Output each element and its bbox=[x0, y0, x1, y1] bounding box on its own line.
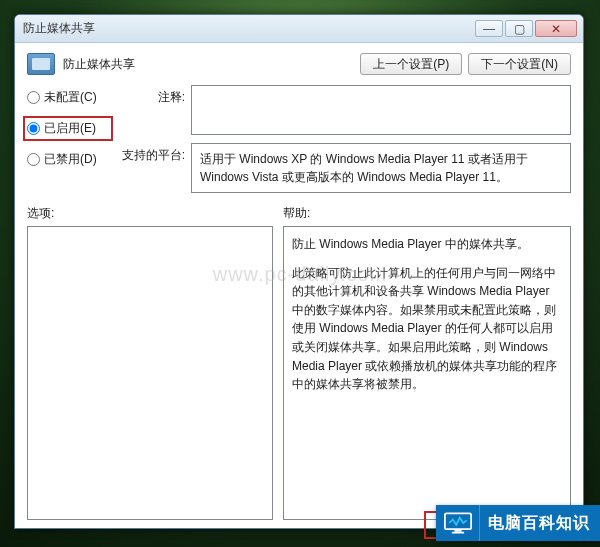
close-icon: ✕ bbox=[551, 22, 561, 36]
supported-platform-text: 适用于 Windows XP 的 Windows Media Player 11… bbox=[191, 143, 571, 193]
note-textarea[interactable] bbox=[191, 85, 571, 135]
minimize-button[interactable]: — bbox=[475, 20, 503, 37]
close-button[interactable]: ✕ bbox=[535, 20, 577, 37]
svg-rect-1 bbox=[454, 530, 461, 532]
brand-badge: 电脑百科知识 bbox=[436, 505, 600, 541]
minimize-icon: — bbox=[483, 22, 495, 36]
lower-panels: 防止 Windows Media Player 中的媒体共享。 此策略可防止此计… bbox=[27, 226, 571, 520]
help-panel[interactable]: 防止 Windows Media Player 中的媒体共享。 此策略可防止此计… bbox=[283, 226, 571, 520]
window-title: 防止媒体共享 bbox=[21, 20, 473, 37]
dialog-content: 防止媒体共享 上一个设置(P) 下一个设置(N) 未配置(C) 已启用(E) 已… bbox=[15, 43, 583, 528]
header-row: 防止媒体共享 上一个设置(P) 下一个设置(N) bbox=[27, 53, 571, 75]
brand-monitor-icon bbox=[436, 505, 480, 541]
prev-setting-button[interactable]: 上一个设置(P) bbox=[360, 53, 462, 75]
section-labels: 选项: 帮助: bbox=[27, 205, 571, 222]
note-label: 注释: bbox=[119, 85, 185, 106]
maximize-icon: ▢ bbox=[514, 22, 525, 36]
help-section-label: 帮助: bbox=[283, 205, 571, 222]
radio-enabled-label: 已启用(E) bbox=[44, 120, 96, 137]
svg-rect-2 bbox=[451, 532, 463, 534]
radio-enabled[interactable]: 已启用(E) bbox=[23, 116, 113, 141]
options-panel[interactable] bbox=[27, 226, 273, 520]
policy-icon bbox=[27, 53, 55, 75]
nav-buttons: 上一个设置(P) 下一个设置(N) bbox=[360, 53, 571, 75]
maximize-button[interactable]: ▢ bbox=[505, 20, 533, 37]
radio-not-configured-input[interactable] bbox=[27, 91, 40, 104]
radio-disabled-label: 已禁用(D) bbox=[44, 151, 97, 168]
options-section-label: 选项: bbox=[27, 205, 283, 222]
brand-text: 电脑百科知识 bbox=[480, 513, 590, 534]
policy-title: 防止媒体共享 bbox=[63, 56, 352, 73]
titlebar: 防止媒体共享 — ▢ ✕ bbox=[15, 15, 583, 43]
radio-disabled-input[interactable] bbox=[27, 153, 40, 166]
radio-not-configured-label: 未配置(C) bbox=[44, 89, 97, 106]
policy-dialog-window: 防止媒体共享 — ▢ ✕ 防止媒体共享 上一个设置(P) 下一个设置(N) 未配… bbox=[14, 14, 584, 529]
state-radio-group: 未配置(C) 已启用(E) 已禁用(D) bbox=[27, 85, 113, 168]
radio-not-configured[interactable]: 未配置(C) bbox=[27, 89, 113, 106]
platform-label: 支持的平台: bbox=[119, 143, 185, 164]
settings-grid: 未配置(C) 已启用(E) 已禁用(D) 注释: 支持的平台: 适用于 Wind… bbox=[27, 85, 571, 193]
monitor-icon bbox=[444, 512, 472, 534]
next-setting-button[interactable]: 下一个设置(N) bbox=[468, 53, 571, 75]
help-paragraph-2: 此策略可防止此计算机上的任何用户与同一网络中的其他计算机和设备共享 Window… bbox=[292, 264, 562, 394]
radio-disabled[interactable]: 已禁用(D) bbox=[27, 151, 113, 168]
radio-enabled-input[interactable] bbox=[27, 122, 40, 135]
help-paragraph-1: 防止 Windows Media Player 中的媒体共享。 bbox=[292, 235, 562, 254]
